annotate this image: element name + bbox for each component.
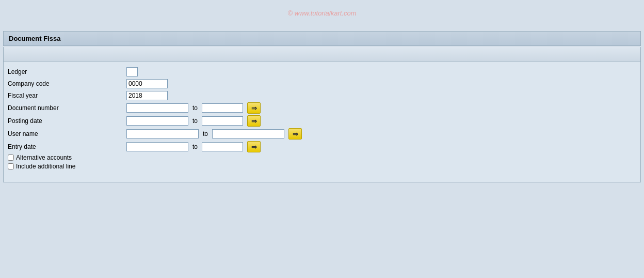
posting-date-label: Posting date xyxy=(8,117,126,125)
document-number-to-input[interactable] xyxy=(202,103,243,113)
title-text: Document Fissa xyxy=(9,35,60,42)
entry-date-label: Entry date xyxy=(8,143,126,150)
alternative-accounts-checkbox[interactable] xyxy=(8,155,14,161)
company-code-row: Company code xyxy=(8,79,636,89)
company-code-label: Company code xyxy=(8,80,126,87)
alternative-accounts-label: Alternative accounts xyxy=(16,154,72,161)
document-number-from-input[interactable] xyxy=(126,103,188,113)
entry-date-arrow-button[interactable] xyxy=(247,141,261,152)
user-name-to-input[interactable] xyxy=(212,129,284,138)
posting-date-from-input[interactable] xyxy=(126,116,188,126)
ledger-input[interactable] xyxy=(126,67,138,76)
posting-date-to-input[interactable] xyxy=(202,116,243,126)
document-number-label: Document number xyxy=(8,104,126,112)
form-area: Ledger Company code Fiscal year Document… xyxy=(3,61,641,182)
include-additional-label: Include additional line xyxy=(16,163,75,170)
watermark: © www.tutorialkart.com xyxy=(287,9,356,17)
main-container: Document Fissa Ledger Company code Fisca… xyxy=(3,31,641,182)
entry-date-to-label: to xyxy=(192,143,198,150)
fiscal-year-label: Fiscal year xyxy=(8,92,126,99)
document-number-arrow-button[interactable] xyxy=(247,102,261,114)
document-number-range: to xyxy=(126,102,261,114)
entry-date-row: Entry date to xyxy=(8,141,636,152)
user-name-from-input[interactable] xyxy=(126,129,199,138)
entry-date-to-input[interactable] xyxy=(202,142,243,151)
entry-date-range: to xyxy=(126,141,261,152)
ledger-row: Ledger xyxy=(8,67,636,77)
ledger-label: Ledger xyxy=(8,68,126,75)
posting-date-row: Posting date to xyxy=(8,115,636,127)
include-additional-row: Include additional line xyxy=(8,163,636,170)
posting-date-to-label: to xyxy=(192,117,198,125)
user-name-label: User name xyxy=(8,130,126,137)
title-bar: Document Fissa xyxy=(3,31,641,46)
posting-date-range: to xyxy=(126,115,261,127)
document-number-row: Document number to xyxy=(8,102,636,114)
toolbar-bar xyxy=(3,47,641,61)
posting-date-arrow-button[interactable] xyxy=(247,115,261,127)
company-code-input[interactable] xyxy=(126,79,168,88)
user-name-arrow-button[interactable] xyxy=(288,128,302,140)
fiscal-year-input[interactable] xyxy=(126,91,168,100)
user-name-row: User name to xyxy=(8,128,636,140)
document-number-to-label: to xyxy=(192,104,198,112)
entry-date-from-input[interactable] xyxy=(126,142,188,151)
alternative-accounts-row: Alternative accounts xyxy=(8,154,636,161)
include-additional-checkbox[interactable] xyxy=(8,163,14,169)
user-name-range: to xyxy=(126,128,302,140)
user-name-to-label: to xyxy=(203,130,208,137)
fiscal-year-row: Fiscal year xyxy=(8,90,636,101)
